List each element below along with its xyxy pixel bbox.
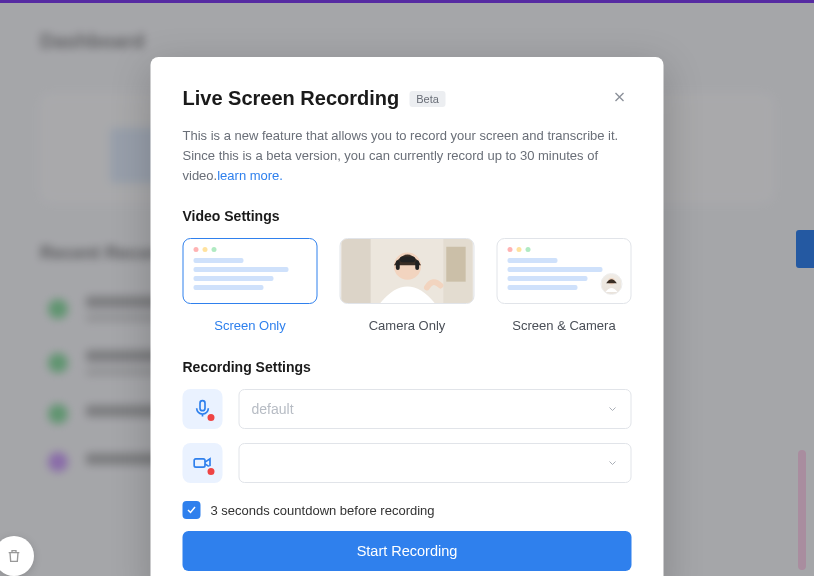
modal-description: This is a new feature that allows you to… [183,126,632,186]
svg-rect-1 [342,239,371,303]
mini-avatar-icon [601,273,623,295]
svg-rect-5 [400,257,416,263]
svg-rect-9 [200,401,205,411]
live-recording-modal: Live Screen Recording Beta This is a new… [151,57,664,576]
close-icon [612,93,628,108]
svg-rect-10 [194,459,205,467]
camera-disabled-badge-icon [206,466,217,477]
learn-more-link[interactable]: learn more. [217,168,283,183]
option-screen-camera[interactable]: Screen & Camera [497,238,632,333]
camera-setting-row [183,443,632,483]
microphone-select-value: default [252,401,294,417]
chevron-down-icon [607,403,619,415]
microphone-select[interactable]: default [239,389,632,429]
option-camera-only[interactable]: Camera Only [340,238,475,333]
mic-disabled-badge-icon [206,412,217,423]
check-icon [186,504,198,516]
person-illustration-icon [341,239,474,303]
option-screen-only-label: Screen Only [183,318,318,333]
microphone-icon-chip [183,389,223,429]
thumb-screen-only [183,238,318,304]
mic-setting-row: default [183,389,632,429]
option-screen-only[interactable]: Screen Only [183,238,318,333]
countdown-checkbox-label: 3 seconds countdown before recording [211,503,435,518]
camera-select[interactable] [239,443,632,483]
option-camera-only-label: Camera Only [340,318,475,333]
modal-title: Live Screen Recording [183,87,400,110]
svg-rect-6 [396,261,400,271]
recording-settings-heading: Recording Settings [183,359,632,375]
camera-icon-chip [183,443,223,483]
beta-badge: Beta [409,91,446,107]
svg-rect-7 [415,261,419,271]
countdown-checkbox[interactable] [183,501,201,519]
chevron-down-icon [607,457,619,469]
thumb-screen-camera [497,238,632,304]
start-recording-button[interactable]: Start Recording [183,531,632,571]
option-screen-camera-label: Screen & Camera [497,318,632,333]
video-options-group: Screen Only Camera Only [183,238,632,333]
close-button[interactable] [608,85,632,112]
thumb-camera-only [340,238,475,304]
video-settings-heading: Video Settings [183,208,632,224]
svg-rect-3 [446,247,465,282]
trash-icon [6,548,22,564]
